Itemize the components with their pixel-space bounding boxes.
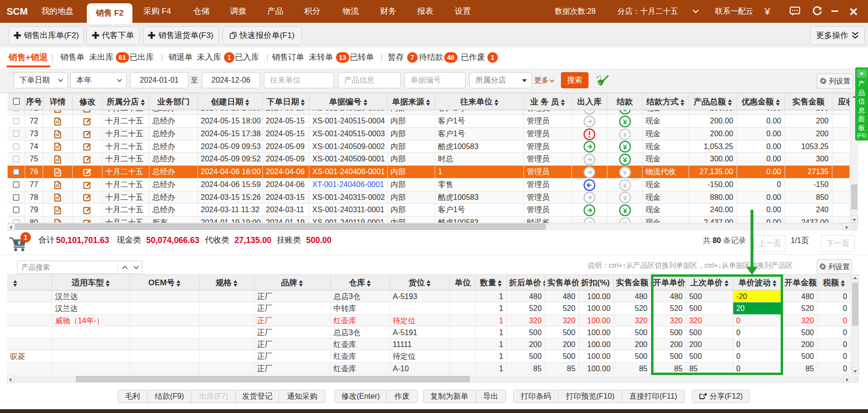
svg-text:¥: ¥ <box>623 117 627 125</box>
svg-text:¥: ¥ <box>623 143 627 151</box>
svg-text:¥: ¥ <box>623 130 627 138</box>
svg-text:¥: ¥ <box>623 219 627 223</box>
svg-text:¥: ¥ <box>623 110 627 113</box>
svg-text:¥: ¥ <box>623 194 627 202</box>
svg-text:¥: ¥ <box>18 239 21 245</box>
svg-text:¥: ¥ <box>623 181 627 189</box>
svg-text:¥: ¥ <box>623 156 627 164</box>
svg-text:¥: ¥ <box>623 206 627 215</box>
svg-text:¥: ¥ <box>623 168 627 176</box>
